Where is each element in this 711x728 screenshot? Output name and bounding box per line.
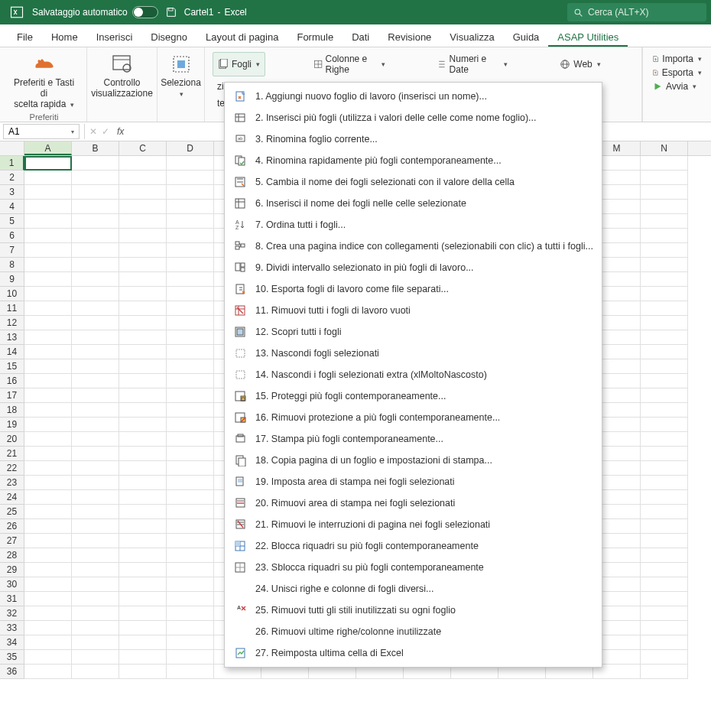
cell[interactable] — [72, 650, 119, 665]
cell[interactable] — [72, 519, 119, 534]
row-header[interactable]: 13 — [0, 330, 24, 345]
web-button[interactable]: Web▾ — [557, 52, 634, 76]
cell[interactable] — [167, 665, 214, 679]
cell[interactable] — [72, 418, 119, 432]
cell[interactable] — [119, 490, 167, 505]
cell[interactable] — [72, 461, 119, 476]
cell[interactable] — [167, 243, 214, 258]
cell[interactable] — [24, 505, 72, 519]
cell[interactable] — [167, 200, 214, 214]
row-header[interactable]: 9 — [0, 272, 24, 287]
cell[interactable] — [72, 490, 119, 505]
row-header[interactable]: 28 — [0, 548, 24, 563]
column-header[interactable]: C — [119, 141, 167, 155]
cell[interactable] — [167, 548, 214, 563]
column-header[interactable]: D — [167, 141, 214, 155]
cell[interactable] — [119, 301, 167, 316]
cell[interactable] — [72, 635, 119, 650]
menu-item-19[interactable]: 19. Imposta area di stampa nei fogli sel… — [225, 471, 602, 492]
cell[interactable] — [641, 563, 688, 577]
cell[interactable] — [24, 388, 72, 403]
row-header[interactable]: 23 — [0, 476, 24, 490]
cell[interactable] — [72, 156, 119, 171]
fx-icon[interactable]: fx — [117, 126, 124, 137]
row-header[interactable]: 29 — [0, 563, 24, 577]
cell[interactable] — [24, 214, 72, 229]
cell[interactable] — [641, 548, 688, 563]
row-header[interactable]: 33 — [0, 621, 24, 635]
cell[interactable] — [167, 185, 214, 200]
colonne-righe-button[interactable]: Colonne e Righe▾ — [311, 52, 388, 76]
row-header[interactable]: 21 — [0, 447, 24, 461]
menu-item-26[interactable]: 26. Rimuovi ultime righe/colonne inutili… — [225, 621, 602, 642]
cell[interactable] — [119, 635, 167, 650]
controllo-button[interactable]: Controllovisualizzazione — [86, 50, 157, 101]
importa-button[interactable]: Importa▾ — [649, 52, 705, 66]
numeri-date-button[interactable]: Numeri e Date▾ — [434, 52, 511, 76]
cell[interactable] — [72, 577, 119, 592]
cell[interactable] — [641, 156, 688, 171]
cell[interactable] — [119, 272, 167, 287]
cell[interactable] — [167, 359, 214, 374]
row-header[interactable]: 2 — [0, 171, 24, 185]
select-all-corner[interactable] — [0, 141, 24, 156]
row-header[interactable]: 7 — [0, 243, 24, 258]
row-header[interactable]: 11 — [0, 301, 24, 316]
cell[interactable] — [24, 461, 72, 476]
tab-inserisci[interactable]: Inserisci — [87, 27, 142, 47]
menu-item-11[interactable]: 11. Rimuovi tutti i fogli di lavoro vuot… — [225, 300, 602, 321]
cell[interactable] — [119, 534, 167, 548]
menu-item-15[interactable]: 15. Proteggi più fogli contemporaneament… — [225, 385, 602, 407]
row-header[interactable]: 35 — [0, 650, 24, 665]
cell[interactable] — [641, 359, 688, 374]
cell[interactable] — [641, 519, 688, 534]
tab-dati[interactable]: Dati — [343, 27, 378, 47]
tab-visualizza[interactable]: Visualizza — [440, 27, 503, 47]
cell[interactable] — [641, 243, 688, 258]
cell[interactable] — [167, 621, 214, 635]
cell[interactable] — [641, 592, 688, 606]
cell[interactable] — [72, 447, 119, 461]
chevron-down-icon[interactable]: ▾ — [71, 128, 74, 135]
cell[interactable] — [641, 374, 688, 388]
menu-item-24[interactable]: 24. Unisci righe e colonne di fogli dive… — [225, 578, 602, 600]
cell[interactable] — [72, 621, 119, 635]
cell[interactable] — [24, 490, 72, 505]
cell[interactable] — [72, 403, 119, 418]
search-input[interactable]: Cerca (ALT+X) — [567, 3, 706, 21]
cell[interactable] — [641, 621, 688, 635]
tab-home[interactable]: Home — [42, 27, 87, 47]
cell[interactable] — [167, 287, 214, 301]
esporta-button[interactable]: Esporta▾ — [649, 66, 705, 80]
column-header[interactable]: B — [72, 141, 119, 155]
cell[interactable] — [119, 476, 167, 490]
cell[interactable] — [72, 534, 119, 548]
cell[interactable] — [167, 418, 214, 432]
cell[interactable] — [24, 665, 72, 679]
menu-item-12[interactable]: 12. Scopri tutti i fogli — [225, 321, 602, 343]
cell[interactable] — [167, 635, 214, 650]
cell[interactable] — [641, 577, 688, 592]
cell[interactable] — [119, 229, 167, 243]
menu-item-18[interactable]: 18. Copia pagina di un foglio e impostaz… — [225, 450, 602, 471]
cell[interactable] — [641, 447, 688, 461]
cell[interactable] — [24, 359, 72, 374]
row-header[interactable]: 27 — [0, 534, 24, 548]
cell[interactable] — [167, 432, 214, 447]
cell[interactable] — [24, 156, 72, 171]
tab-formule[interactable]: Formule — [287, 27, 343, 47]
tab-file[interactable]: File — [8, 27, 42, 47]
menu-item-2[interactable]: 2. Inserisci più fogli (utilizza i valor… — [225, 107, 602, 128]
cell[interactable] — [72, 301, 119, 316]
cell[interactable] — [119, 403, 167, 418]
cell[interactable] — [167, 229, 214, 243]
cell[interactable] — [72, 432, 119, 447]
row-header[interactable]: 10 — [0, 287, 24, 301]
menu-item-3[interactable]: ab3. Rinomina foglio corrente... — [225, 128, 602, 150]
cell[interactable] — [119, 432, 167, 447]
cell[interactable] — [167, 301, 214, 316]
cell[interactable] — [24, 548, 72, 563]
cell[interactable] — [641, 330, 688, 345]
cell[interactable] — [119, 316, 167, 330]
cell[interactable] — [72, 548, 119, 563]
